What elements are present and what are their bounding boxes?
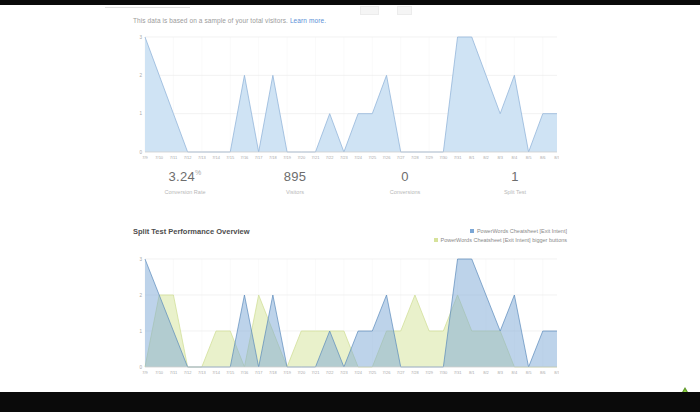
svg-text:7/12: 7/12 [184,155,193,160]
svg-text:7/26: 7/26 [383,155,392,160]
legend-item-variant: PowerWords Cheatsheet [Exit Intent] bigg… [434,235,567,244]
svg-text:7/20: 7/20 [297,155,306,160]
svg-text:2: 2 [139,73,142,78]
svg-text:7/28: 7/28 [411,370,420,375]
chart-legend: PowerWords Cheatsheet [Exit Intent] Powe… [434,226,567,244]
stat-label: Conversion Rate [130,189,240,195]
letterbox-bottom-bar [0,392,700,412]
stat-label: Split Test [460,189,570,195]
svg-text:0: 0 [139,365,142,370]
svg-text:7/29: 7/29 [425,155,434,160]
dashboard-screen: This data is based on a sample of your t… [0,5,700,392]
svg-text:7/12: 7/12 [184,370,193,375]
svg-text:7/16: 7/16 [241,155,250,160]
svg-text:8/6: 8/6 [540,155,546,160]
svg-text:8/4: 8/4 [512,155,518,160]
svg-text:8/2: 8/2 [483,370,489,375]
stat-conversions: 0 Conversions [350,169,460,195]
svg-text:7/31: 7/31 [454,370,463,375]
svg-text:7/9: 7/9 [142,370,148,375]
svg-text:7/11: 7/11 [170,155,178,160]
svg-text:8/7: 8/7 [554,370,559,375]
svg-text:7/30: 7/30 [439,370,448,375]
svg-text:8/5: 8/5 [526,370,532,375]
svg-text:7/25: 7/25 [368,155,377,160]
svg-text:7/19: 7/19 [283,370,292,375]
visitors-value: 895 [240,169,350,184]
svg-text:7/23: 7/23 [340,155,349,160]
conversion-rate-value: 3.24 [168,169,195,184]
sample-data-notice: This data is based on a sample of your t… [133,17,326,24]
svg-text:7/29: 7/29 [425,370,434,375]
svg-text:7/9: 7/9 [142,155,148,160]
svg-text:8/4: 8/4 [512,370,518,375]
svg-text:7/25: 7/25 [368,370,377,375]
svg-text:7/26: 7/26 [383,370,392,375]
stat-split-test: 1 Split Test [460,169,570,195]
svg-text:7/28: 7/28 [411,155,420,160]
svg-text:8/1: 8/1 [469,155,475,160]
split-test-value: 1 [460,169,570,184]
legend-swatch-blue [470,229,474,233]
svg-text:7/18: 7/18 [269,370,278,375]
svg-text:7/22: 7/22 [326,370,335,375]
legend-item-control: PowerWords Cheatsheet [Exit Intent] [434,226,567,235]
percent-suffix: % [195,169,202,176]
cropped-toolbar-box [360,6,379,15]
svg-text:7/22: 7/22 [326,155,335,160]
svg-text:7/24: 7/24 [354,370,363,375]
svg-text:7/17: 7/17 [255,155,264,160]
svg-text:7/14: 7/14 [212,155,221,160]
svg-text:2: 2 [139,293,142,298]
page-title: Split Test Performance Overview [133,227,250,236]
svg-text:8/6: 8/6 [540,370,546,375]
svg-text:7/19: 7/19 [283,155,292,160]
visitors-area-chart: 01237/97/107/117/127/137/147/157/167/177… [130,35,559,163]
svg-text:0: 0 [139,150,142,155]
svg-text:1: 1 [139,111,142,116]
svg-text:7/14: 7/14 [212,370,221,375]
stats-row: 3.24% Conversion Rate 895 Visitors 0 Con… [130,169,570,195]
stat-visitors: 895 Visitors [240,169,350,195]
svg-text:7/23: 7/23 [340,370,349,375]
stat-conversion-rate: 3.24% Conversion Rate [130,169,240,195]
learn-more-link[interactable]: Learn more. [290,17,326,24]
conversions-value: 0 [350,169,460,184]
legend-swatch-green [434,238,438,242]
notice-text: This data is based on a sample of your t… [133,17,288,24]
svg-text:7/24: 7/24 [354,155,363,160]
svg-text:8/2: 8/2 [483,155,489,160]
svg-text:7/13: 7/13 [198,370,207,375]
svg-text:7/11: 7/11 [170,370,178,375]
svg-text:8/3: 8/3 [497,155,503,160]
svg-text:7/27: 7/27 [397,370,406,375]
stat-label: Visitors [240,189,350,195]
svg-text:7/21: 7/21 [312,370,321,375]
svg-text:7/31: 7/31 [454,155,463,160]
svg-text:7/10: 7/10 [155,370,164,375]
legend-label: PowerWords Cheatsheet [Exit Intent] bigg… [441,237,567,243]
svg-text:8/7: 8/7 [554,155,559,160]
svg-text:3: 3 [139,35,142,40]
stat-label: Conversions [350,189,460,195]
svg-text:7/10: 7/10 [155,155,164,160]
svg-text:7/20: 7/20 [297,370,306,375]
cropped-toolbar-line [105,7,190,8]
cropped-toolbar-box [397,6,412,15]
svg-text:7/30: 7/30 [439,155,448,160]
split-test-area-chart: 01237/97/107/117/127/137/147/157/167/177… [130,257,559,378]
svg-text:7/21: 7/21 [312,155,321,160]
svg-text:3: 3 [139,257,142,262]
svg-text:7/17: 7/17 [255,370,264,375]
svg-text:7/27: 7/27 [397,155,406,160]
svg-text:7/18: 7/18 [269,155,278,160]
legend-label: PowerWords Cheatsheet [Exit Intent] [477,228,567,234]
svg-text:7/15: 7/15 [226,155,235,160]
svg-text:8/1: 8/1 [469,370,475,375]
svg-text:1: 1 [139,329,142,334]
svg-text:7/13: 7/13 [198,155,207,160]
svg-text:7/15: 7/15 [226,370,235,375]
svg-text:7/16: 7/16 [241,370,250,375]
svg-text:8/3: 8/3 [497,370,503,375]
svg-text:8/5: 8/5 [526,155,532,160]
